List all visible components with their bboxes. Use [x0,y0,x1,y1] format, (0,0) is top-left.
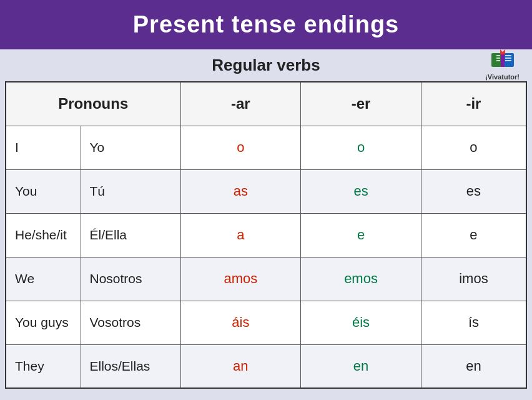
cell-ir: e [421,213,526,257]
cell-ir: o [421,126,526,169]
cell-er: éis [301,301,421,344]
cell-ir: es [421,169,526,213]
table-row: You guysVosotrosáiséisís [6,301,526,344]
cell-ar: áis [180,301,301,344]
table-row: TheyEllos/Ellasanenen [6,344,526,388]
cell-pronoun-en: They [6,344,81,388]
table-row: WeNosotrosamosemosimos [6,257,526,301]
cell-er: e [301,213,421,257]
subtitle-text: Regular verbs [212,56,320,75]
cell-er: emos [301,257,421,301]
cell-ar: as [180,169,301,213]
cell-pronoun-es: Nosotros [81,257,180,301]
cell-pronoun-es: Yo [81,126,180,169]
cell-er: o [301,126,421,169]
cell-pronoun-en: We [6,257,81,301]
cell-pronoun-en: You guys [6,301,81,344]
cell-ar: an [180,344,301,388]
subtitle-row: Regular verbs ¡Vivatutor! [0,49,532,79]
header-er: -er [301,82,421,126]
cell-pronoun-en: You [6,169,81,213]
table-row: YouTúaseses [6,169,526,213]
cell-pronoun-es: Él/Ella [81,213,180,257]
cell-pronoun-en: He/she/it [6,213,81,257]
vivatutor-icon [489,48,516,72]
title-bar: Present tense endings [0,0,532,49]
header-pronouns: Pronouns [6,82,180,126]
cell-er: es [301,169,421,213]
logo-label: ¡Vivatutor! [485,73,520,81]
table-header-row: Pronouns -ar -er -ir [6,82,526,126]
cell-ir: ís [421,301,526,344]
cell-ir: en [421,344,526,388]
page-wrapper: Present tense endings Regular verbs ¡Viv… [0,0,532,400]
svg-marker-9 [500,49,505,54]
cell-pronoun-es: Ellos/Ellas [81,344,180,388]
cell-ar: o [180,126,301,169]
page-title: Present tense endings [133,11,399,38]
conjugation-table: Pronouns -ar -er -ir IYooooYouTúasesesHe… [5,81,527,389]
svg-rect-2 [501,53,505,67]
cell-pronoun-es: Tú [81,169,180,213]
logo-area: ¡Vivatutor! [485,48,520,81]
cell-er: en [301,344,421,388]
table-row: He/she/itÉl/Ellaaee [6,213,526,257]
cell-ir: imos [421,257,526,301]
cell-ar: a [180,213,301,257]
header-ar: -ar [180,82,301,126]
table-container: Pronouns -ar -er -ir IYooooYouTúasesesHe… [0,79,532,400]
cell-ar: amos [180,257,301,301]
cell-pronoun-es: Vosotros [81,301,180,344]
header-ir: -ir [421,82,526,126]
table-row: IYoooo [6,126,526,169]
cell-pronoun-en: I [6,126,81,169]
